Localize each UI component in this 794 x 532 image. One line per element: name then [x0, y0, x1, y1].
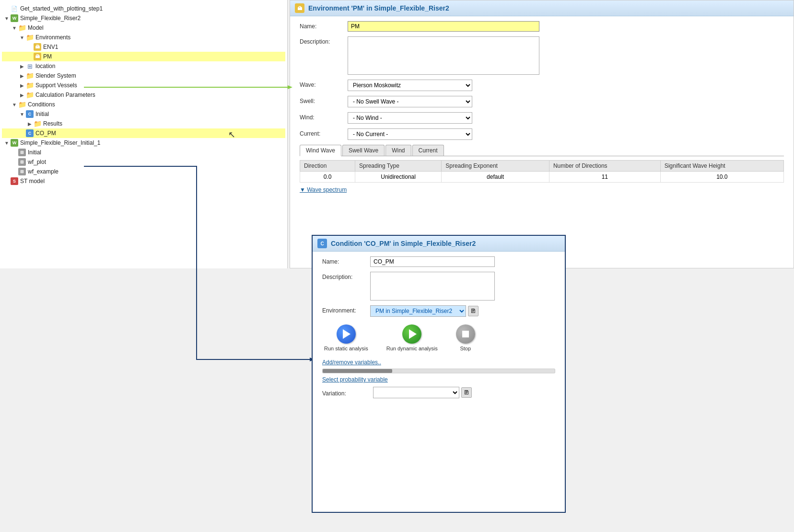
name-label: Name:: [300, 21, 348, 30]
wave-row: Wave: Pierson Moskowitz: [300, 80, 784, 91]
tree-item-support_vessels[interactable]: ▶📁Support Vessels: [2, 81, 285, 90]
stop-icon: [456, 324, 475, 344]
name-input[interactable]: [348, 21, 539, 32]
tree-item-conditions[interactable]: ▼📁Conditions: [2, 100, 285, 109]
tree-item-location[interactable]: ▶⊞location: [2, 61, 285, 71]
description-input[interactable]: [348, 36, 539, 75]
tree-arrow-conditions: ▼: [12, 102, 17, 107]
tab-wind[interactable]: Wind: [385, 145, 411, 156]
tree-icon-location: ⊞: [26, 62, 34, 70]
tree-item-slender_system[interactable]: ▶📁Slender System: [2, 71, 285, 81]
tree-label-initial: Initial: [35, 111, 49, 117]
tabs-bar: Wind Wave Swell Wave Wind Current: [300, 145, 784, 156]
condition-header-icon: C: [317, 239, 327, 248]
tree-label-wf_plot: wf_plot: [28, 159, 46, 165]
tree-icon-slender_system: 📁: [26, 72, 34, 80]
tree-icon-simple_flexible: W: [11, 14, 18, 22]
tree-item-co_pm[interactable]: CCO_PM: [2, 128, 285, 138]
tree-label-support_vessels: Support Vessels: [35, 82, 77, 89]
tree-label-model: Model: [28, 24, 44, 31]
tree-icon-environments: 📁: [26, 34, 34, 41]
run-dynamic-button[interactable]: Run dynamic analysis: [385, 323, 440, 353]
tree-item-wf_initial[interactable]: ⊞Initial: [2, 148, 285, 157]
add-remove-variables-link[interactable]: Add/remove variables..: [322, 359, 381, 366]
tree-label-slender_system: Slender System: [35, 72, 76, 79]
current-select[interactable]: - No Current -: [348, 128, 472, 140]
stop-label: Stop: [460, 346, 471, 351]
cell-spreading-exp: default: [442, 172, 549, 183]
tree-item-environments[interactable]: ▼📁Environments: [2, 33, 285, 42]
tree-label-conditions: Conditions: [28, 101, 55, 108]
tree-item-get_started[interactable]: 📄Get_started_with_plotting_step1: [2, 4, 285, 13]
tree-item-simple_initial_1[interactable]: ▼WSimple_Flexible_Riser_Initial_1: [2, 138, 285, 148]
condition-description-row: Description:: [322, 272, 555, 301]
tree-icon-co_pm: C: [26, 129, 34, 137]
select-probability-link[interactable]: Select probability variable: [322, 376, 388, 383]
condition-env-select[interactable]: PM in Simple_Flexible_Riser2: [370, 305, 466, 317]
tree-arrow-simple_initial_1: ▼: [4, 140, 10, 146]
tree-arrow-results: ▶: [27, 121, 33, 127]
tree-item-pm[interactable]: 🏔PM: [2, 52, 285, 61]
stop-button[interactable]: Stop: [454, 323, 477, 353]
tree-icon-wf_example: ⊞: [18, 168, 26, 175]
tree-arrow-initial: ▼: [19, 112, 25, 117]
tab-wind-wave[interactable]: Wind Wave: [300, 145, 341, 156]
tree-icon-env1: 🏔: [34, 43, 41, 51]
tree-icon-initial: C: [26, 110, 34, 118]
tree-label-simple_initial_1: Simple_Flexible_Riser_Initial_1: [20, 139, 100, 146]
condition-desc-label: Description:: [322, 272, 370, 280]
tree-label-simple_flexible: Simple_Flexible_Riser2: [20, 15, 81, 22]
tree-label-wf_initial: Initial: [28, 149, 41, 156]
wave-spectrum-link[interactable]: ▼ Wave spectrum: [300, 186, 784, 193]
tree-icon-model: 📁: [18, 24, 26, 32]
tree-item-calc_params[interactable]: ▶📁Calculation Parameters: [2, 90, 285, 100]
condition-panel: C Condition 'CO_PM' in Simple_Flexible_R…: [312, 235, 566, 513]
tree-arrow-slender_system: ▶: [19, 73, 25, 79]
run-static-label: Run static analysis: [324, 346, 368, 351]
condition-name-input[interactable]: [370, 256, 495, 267]
project-tree: 📄Get_started_with_plotting_step1▼WSimple…: [0, 0, 288, 268]
env-panel-title: Environment 'PM' in Simple_Flexible_Rise…: [308, 4, 449, 12]
tree-item-wf_example[interactable]: ⊞wf_example: [2, 167, 285, 176]
tree-icon-pm: 🏔: [34, 53, 41, 60]
tree-item-initial[interactable]: ▼CInitial: [2, 109, 285, 119]
condition-env-button[interactable]: 🖹: [468, 306, 479, 316]
tree-icon-conditions: 📁: [18, 101, 26, 108]
tree-label-get_started: Get_started_with_plotting_step1: [20, 5, 103, 12]
stop-square-icon: [462, 331, 469, 337]
play-icon-static: [343, 329, 350, 339]
tree-item-simple_flexible[interactable]: ▼WSimple_Flexible_Riser2: [2, 13, 285, 23]
tree-item-st_model[interactable]: SST model: [2, 176, 285, 186]
tree-icon-calc_params: 📁: [26, 91, 34, 99]
progress-bar: [322, 369, 555, 373]
tree-label-wf_example: wf_example: [28, 168, 58, 175]
wave-select[interactable]: Pierson Moskowitz: [348, 80, 472, 91]
run-dynamic-icon: [402, 324, 421, 344]
variation-btn[interactable]: 🖹: [461, 387, 472, 398]
tree-arrow-location: ▶: [19, 64, 25, 69]
tab-current[interactable]: Current: [412, 145, 444, 156]
cell-num-directions: 11: [549, 172, 660, 183]
tree-icon-wf_plot: ⊞: [18, 158, 26, 166]
tree-label-env1: ENV1: [43, 44, 58, 50]
tree-item-results[interactable]: ▶📁Results: [2, 119, 285, 128]
wave-label: Wave:: [300, 80, 348, 88]
tab-swell-wave[interactable]: Swell Wave: [342, 145, 385, 156]
condition-panel-content: Name: Description: Environment: PM in Si…: [313, 252, 565, 509]
tree-item-env1[interactable]: 🏔ENV1: [2, 42, 285, 52]
variation-select[interactable]: [373, 387, 459, 398]
cell-spreading-type: Unidirectional: [355, 172, 442, 183]
tree-arrow-environments: ▼: [19, 35, 25, 40]
col-wave-height: Significant Wave Height: [660, 161, 783, 172]
wind-select[interactable]: - No Wind -: [348, 112, 472, 124]
tree-item-model[interactable]: ▼📁Model: [2, 23, 285, 33]
condition-desc-input[interactable]: [370, 272, 495, 301]
tree-icon-simple_initial_1: W: [11, 139, 18, 147]
run-static-button[interactable]: Run static analysis: [322, 323, 370, 353]
env-header-icon: 🏔: [295, 3, 304, 13]
swell-select[interactable]: - No Swell Wave -: [348, 96, 472, 107]
tree-item-wf_plot[interactable]: ⊞wf_plot: [2, 157, 285, 167]
env-panel-content: Name: Description: Wave: Pierson Moskowi…: [290, 16, 794, 265]
col-spreading-type: Spreading Type: [355, 161, 442, 172]
tree-arrow-simple_flexible: ▼: [4, 16, 10, 21]
